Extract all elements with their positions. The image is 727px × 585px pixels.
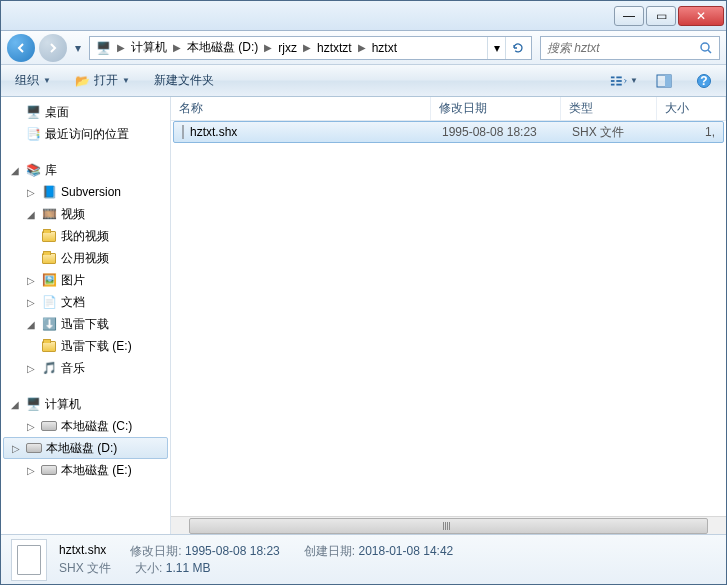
sidebar-item-myvideo[interactable]: 我的视频 — [1, 225, 170, 247]
expand-icon[interactable]: ▷ — [25, 465, 37, 476]
expand-icon[interactable]: ▷ — [25, 421, 37, 432]
chevron-down-icon: ▼ — [122, 76, 130, 85]
nav-history-dropdown[interactable]: ▾ — [71, 34, 85, 62]
crumb-drive-d[interactable]: 本地磁盘 (D:) — [183, 37, 262, 59]
sidebar-item-label: 本地磁盘 (C:) — [61, 418, 132, 435]
toolbar: 组织▼ 📂 打开▼ 新建文件夹 ▼ ? — [1, 65, 726, 97]
search-icon — [699, 41, 713, 55]
file-date-cell: 1995-08-08 18:23 — [434, 125, 564, 139]
minimize-icon: — — [623, 9, 635, 23]
sidebar-item-label: Subversion — [61, 185, 121, 199]
sidebar-item-label: 图片 — [61, 272, 85, 289]
sidebar-item-label: 迅雷下载 — [61, 316, 109, 333]
help-button[interactable]: ? — [690, 69, 718, 93]
detail-filename: hztxt.shx — [59, 543, 106, 560]
nav-forward-button[interactable] — [39, 34, 67, 62]
open-button[interactable]: 📂 打开▼ — [69, 68, 136, 93]
sidebar-item-xunlei-e[interactable]: 迅雷下载 (E:) — [1, 335, 170, 357]
sidebar-item-documents[interactable]: ▷📄文档 — [1, 291, 170, 313]
refresh-button[interactable] — [505, 37, 529, 59]
crumb-sep-icon[interactable]: ▶ — [115, 42, 127, 53]
newfolder-button[interactable]: 新建文件夹 — [148, 68, 220, 93]
sidebar-item-drive-d[interactable]: ▷本地磁盘 (D:) — [3, 437, 168, 459]
horizontal-scrollbar[interactable] — [171, 516, 726, 534]
desktop-icon: 🖥️ — [25, 104, 41, 120]
sidebar-item-computer[interactable]: ◢🖥️计算机 — [1, 393, 170, 415]
search-input[interactable] — [547, 41, 699, 55]
arrow-left-icon — [14, 41, 28, 55]
detail-thumbnail — [11, 539, 47, 581]
crumb-sep-icon[interactable]: ▶ — [356, 42, 368, 53]
svg-rect-4 — [616, 76, 621, 78]
view-options-button[interactable]: ▼ — [610, 69, 638, 93]
sidebar-item-recent[interactable]: 📑最近访问的位置 — [1, 123, 170, 145]
nav-back-button[interactable] — [7, 34, 35, 62]
sidebar-item-libraries[interactable]: ◢📚库 — [1, 159, 170, 181]
svg-rect-2 — [611, 80, 615, 82]
sidebar-item-label: 库 — [45, 162, 57, 179]
details-pane: hztxt.shx 修改日期: 1995-08-08 18:23 创建日期: 2… — [1, 534, 726, 584]
detail-mod-label: 修改日期: — [130, 544, 181, 558]
expand-icon[interactable]: ▷ — [25, 363, 37, 374]
sidebar-item-publicvideo[interactable]: 公用视频 — [1, 247, 170, 269]
crumb-sep-icon[interactable]: ▶ — [301, 42, 313, 53]
sidebar[interactable]: 🖥️桌面 📑最近访问的位置 ◢📚库 ▷📘Subversion ◢🎞️视频 我的视… — [1, 97, 171, 534]
column-type[interactable]: 类型 — [561, 97, 657, 120]
sidebar-item-music[interactable]: ▷🎵音乐 — [1, 357, 170, 379]
music-icon: 🎵 — [41, 360, 57, 376]
column-size[interactable]: 大小 — [657, 97, 726, 120]
titlebar[interactable]: — ▭ ✕ — [1, 1, 726, 31]
file-size-cell: 1, — [660, 125, 723, 139]
searchbox[interactable] — [540, 36, 720, 60]
preview-pane-button[interactable] — [650, 69, 678, 93]
scrollbar-thumb[interactable] — [189, 518, 708, 534]
expand-icon[interactable]: ▷ — [10, 443, 22, 454]
arrow-right-icon — [46, 41, 60, 55]
filepane: 名称 修改日期 类型 大小 hztxt.shx 1995-08-08 18:23… — [171, 97, 726, 534]
crumb-rjxz[interactable]: rjxz — [274, 37, 301, 59]
crumb-hztxt[interactable]: hztxt — [368, 37, 401, 59]
column-headers: 名称 修改日期 类型 大小 — [171, 97, 726, 121]
libraries-icon: 📚 — [25, 162, 41, 178]
detail-create-label: 创建日期: — [304, 544, 355, 558]
collapse-icon[interactable]: ◢ — [9, 399, 21, 410]
sidebar-item-drive-c[interactable]: ▷本地磁盘 (C:) — [1, 415, 170, 437]
collapse-icon[interactable]: ◢ — [25, 319, 37, 330]
sidebar-item-desktop[interactable]: 🖥️桌面 — [1, 101, 170, 123]
detail-filetype: SHX 文件 — [59, 560, 111, 577]
filelist[interactable]: hztxt.shx 1995-08-08 18:23 SHX 文件 1, — [171, 121, 726, 516]
sidebar-item-label: 视频 — [61, 206, 85, 223]
sidebar-item-subversion[interactable]: ▷📘Subversion — [1, 181, 170, 203]
sidebar-item-label: 计算机 — [45, 396, 81, 413]
addressbar[interactable]: 🖥️ ▶ 计算机 ▶ 本地磁盘 (D:) ▶ rjxz ▶ hztxtzt ▶ … — [89, 36, 532, 60]
svg-point-0 — [701, 43, 709, 51]
crumb-computer[interactable]: 计算机 — [127, 37, 171, 59]
collapse-icon[interactable]: ◢ — [9, 165, 21, 176]
expand-icon[interactable]: ▷ — [25, 275, 37, 286]
maximize-button[interactable]: ▭ — [646, 6, 676, 26]
file-row[interactable]: hztxt.shx 1995-08-08 18:23 SHX 文件 1, — [173, 121, 724, 143]
file-name-cell: hztxt.shx — [174, 125, 434, 139]
svg-text:?: ? — [700, 74, 707, 88]
sidebar-item-drive-e[interactable]: ▷本地磁盘 (E:) — [1, 459, 170, 481]
expand-icon[interactable]: ▷ — [25, 187, 37, 198]
crumb-computer-icon[interactable]: 🖥️ — [92, 37, 115, 59]
address-dropdown[interactable]: ▾ — [487, 37, 505, 59]
organize-button[interactable]: 组织▼ — [9, 68, 57, 93]
column-date[interactable]: 修改日期 — [431, 97, 561, 120]
minimize-button[interactable]: — — [614, 6, 644, 26]
collapse-icon[interactable]: ◢ — [25, 209, 37, 220]
sidebar-item-video[interactable]: ◢🎞️视频 — [1, 203, 170, 225]
close-button[interactable]: ✕ — [678, 6, 724, 26]
sidebar-item-pictures[interactable]: ▷🖼️图片 — [1, 269, 170, 291]
chevron-down-icon: ▼ — [630, 76, 638, 85]
sidebar-item-label: 文档 — [61, 294, 85, 311]
column-name[interactable]: 名称 — [171, 97, 431, 120]
crumb-hztxtzt[interactable]: hztxtzt — [313, 37, 356, 59]
crumb-sep-icon[interactable]: ▶ — [262, 42, 274, 53]
sidebar-item-xunlei[interactable]: ◢⬇️迅雷下载 — [1, 313, 170, 335]
expand-icon[interactable]: ▷ — [25, 297, 37, 308]
crumb-sep-icon[interactable]: ▶ — [171, 42, 183, 53]
pictures-icon: 🖼️ — [41, 272, 57, 288]
maximize-icon: ▭ — [656, 9, 667, 23]
